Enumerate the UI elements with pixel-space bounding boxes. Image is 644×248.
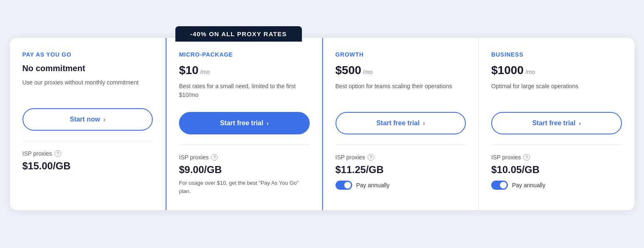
pay-annually-toggle-growth[interactable] — [336, 181, 352, 190]
proxy-label-text-micro-package: ISP proxies — [179, 154, 209, 161]
pricing-wrapper: -40% ON ALL PROXY RATES PAY AS YOU GONo … — [10, 38, 634, 210]
price-row-micro-package: $10/mo — [179, 64, 310, 77]
cta-button-business[interactable]: Start free trial› — [491, 112, 622, 134]
help-icon[interactable]: ? — [55, 150, 61, 157]
chevron-right-icon: › — [103, 116, 105, 123]
help-icon[interactable]: ? — [368, 154, 374, 161]
cta-label-growth: Start free trial — [376, 119, 420, 127]
plan-name-growth: GROWTH — [336, 51, 466, 58]
plan-price-display-pay-as-you-go: No commitment — [22, 64, 153, 73]
price-row-business: $1000/mo — [491, 64, 622, 77]
price-period-growth: /mo — [363, 69, 373, 75]
cta-button-micro-package[interactable]: Start free trial› — [179, 112, 310, 134]
chevron-right-icon: › — [266, 120, 269, 126]
plan-name-pay-as-you-go: PAY AS YOU GO — [22, 51, 153, 58]
cta-label-business: Start free trial — [532, 119, 575, 127]
proxy-note-micro-package: For usage over $10, get the best "Pay As… — [179, 179, 310, 195]
help-icon[interactable]: ? — [211, 154, 218, 161]
price-amount-growth: $500 — [336, 64, 361, 77]
cta-button-growth[interactable]: Start free trial› — [336, 112, 466, 134]
plan-name-business: BUSINESS — [491, 51, 622, 58]
plan-description-micro-package: Best rates for a small need, limited to … — [179, 82, 310, 102]
proxy-label-business: ISP proxies? — [491, 154, 622, 161]
price-period-business: /mo — [525, 69, 535, 75]
cta-label-micro-package: Start free trial — [220, 119, 263, 127]
plan-description-pay-as-you-go: Use our proxies without monthly commitme… — [22, 78, 153, 98]
toggle-label-business: Pay annually — [512, 182, 545, 188]
chevron-right-icon: › — [423, 120, 425, 126]
proxy-label-pay-as-you-go: ISP proxies? — [22, 150, 153, 157]
divider-micro-package — [179, 144, 310, 145]
price-amount-micro-package: $10 — [179, 64, 199, 77]
proxy-label-text-business: ISP proxies — [491, 154, 521, 161]
toggle-label-growth: Pay annually — [356, 182, 390, 188]
cta-button-pay-as-you-go[interactable]: Start now› — [22, 108, 153, 131]
proxy-price-business: $10.05/GB — [491, 164, 622, 176]
plan-description-growth: Best option for teams scaling their oper… — [336, 82, 466, 102]
card-micro-package: MICRO-PACKAGE$10/moBest rates for a smal… — [166, 38, 323, 210]
price-amount-business: $1000 — [491, 64, 524, 77]
proxy-price-growth: $11.25/GB — [336, 164, 466, 176]
price-period-micro-package: /mo — [200, 69, 210, 75]
toggle-row-growth: Pay annually — [336, 181, 466, 190]
proxy-price-micro-package: $9.00/GB — [179, 164, 310, 176]
chevron-right-icon: › — [579, 120, 581, 126]
proxy-label-growth: ISP proxies? — [336, 154, 466, 161]
promo-banner: -40% ON ALL PROXY RATES — [175, 26, 302, 42]
divider-pay-as-you-go — [22, 141, 153, 141]
plan-name-micro-package: MICRO-PACKAGE — [179, 51, 310, 58]
divider-growth — [336, 144, 466, 145]
card-business: BUSINESS$1000/moOptimal for large scale … — [479, 38, 634, 210]
toggle-row-business: Pay annually — [491, 181, 622, 190]
proxy-label-text-pay-as-you-go: ISP proxies — [22, 150, 52, 157]
help-icon[interactable]: ? — [523, 154, 530, 161]
divider-business — [491, 144, 622, 145]
pay-annually-toggle-business[interactable] — [491, 181, 508, 190]
plan-description-business: Optimal for large scale operations — [491, 82, 622, 102]
price-row-growth: $500/mo — [336, 64, 466, 77]
proxy-price-pay-as-you-go: $15.00/GB — [22, 160, 153, 172]
card-pay-as-you-go: PAY AS YOU GONo commitmentUse our proxie… — [10, 38, 166, 210]
cards-container: PAY AS YOU GONo commitmentUse our proxie… — [10, 38, 634, 210]
proxy-label-micro-package: ISP proxies? — [179, 154, 310, 161]
cta-label-pay-as-you-go: Start now — [70, 116, 100, 123]
card-growth: GROWTH$500/moBest option for teams scali… — [323, 38, 479, 210]
proxy-label-text-growth: ISP proxies — [336, 154, 365, 161]
